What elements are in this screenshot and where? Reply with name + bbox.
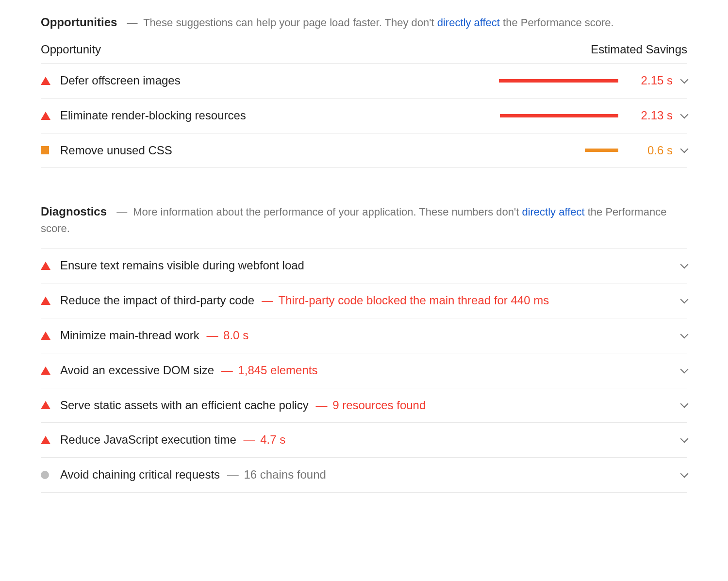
chevron-down-icon [680,145,689,153]
triangle-red-icon [41,332,50,340]
circle-gray-icon [41,471,49,479]
diagnostics-title: Diagnostics [41,205,107,218]
opportunity-row[interactable]: Remove unused CSS0.6 s [41,133,687,168]
diagnostic-label: Reduce the impact of third-party code — … [60,292,673,309]
chevron-down-icon [680,330,689,338]
expand-cell[interactable] [673,264,687,267]
chevron-down-icon [680,435,689,443]
diagnostic-title: Ensure text remains visible during webfo… [60,259,304,272]
expand-cell[interactable] [673,299,687,302]
diagnostic-title: Avoid an excessive DOM size [60,364,214,377]
diagnostic-detail: 9 resources found [332,398,426,412]
opportunity-label: Defer offscreen images [60,72,499,89]
expand-cell[interactable] [673,473,687,477]
severity-icon-cell [41,297,60,305]
diagnostic-row[interactable]: Minimize main-thread work — 8.0 s [41,318,687,353]
chevron-down-icon [680,470,689,478]
diagnostic-title: Reduce JavaScript execution time [60,433,236,446]
severity-icon-cell [41,77,60,85]
diagnostic-title: Serve static assets with an efficient ca… [60,398,309,412]
diagnostic-title: Minimize main-thread work [60,329,199,342]
chevron-down-icon [680,261,689,269]
square-orange-icon [41,146,49,154]
diagnostics-header: Diagnostics — More information about the… [41,203,687,236]
diagnostic-row[interactable]: Ensure text remains visible during webfo… [41,248,687,283]
savings-value: 0.6 s [629,144,673,157]
diagnostic-label: Serve static assets with an efficient ca… [60,397,673,414]
opportunity-row[interactable]: Eliminate render-blocking resources2.13 … [41,98,687,133]
severity-icon-cell [41,262,60,270]
separator-dash: — [218,364,236,377]
savings-bar [585,149,618,152]
expand-cell[interactable] [673,369,687,372]
opportunity-label: Eliminate render-blocking resources [60,107,500,124]
chevron-down-icon [680,75,689,83]
opportunity-row[interactable]: Defer offscreen images2.15 s [41,63,687,98]
opportunities-header: Opportunities — These suggestions can he… [41,14,687,31]
separator-dash: — [258,294,276,307]
savings-bar-cell [499,79,629,83]
opportunities-title: Opportunities [41,16,117,29]
savings-value: 2.13 s [629,109,673,122]
opportunities-table-header: Opportunity Estimated Savings [41,43,687,63]
diagnostic-label: Reduce JavaScript execution time — 4.7 s [60,432,673,448]
savings-bar-cell [500,114,629,117]
chevron-down-icon [680,296,689,304]
diagnostic-row[interactable]: Avoid an excessive DOM size — 1,845 elem… [41,353,687,388]
savings-bar [500,114,618,117]
severity-icon-cell [41,366,60,375]
diagnostic-row[interactable]: Serve static assets with an efficient ca… [41,388,687,423]
chevron-down-icon [680,110,689,118]
separator-dash: — [313,398,331,412]
triangle-red-icon [41,366,50,375]
severity-icon-cell [41,401,60,409]
opportunity-label: Remove unused CSS [60,142,508,159]
diagnostic-row[interactable]: Reduce JavaScript execution time — 4.7 s [41,422,687,457]
diagnostic-detail: 1,845 elements [238,364,317,377]
severity-icon-cell [41,146,60,154]
expand-cell[interactable] [673,149,687,152]
diagnostic-detail: 8.0 s [223,329,248,342]
diagnostic-detail: Third-party code blocked the main thread… [279,294,549,307]
separator-dash: — [203,329,221,342]
severity-icon-cell [41,112,60,120]
directly-affect-link[interactable]: directly affect [522,206,584,218]
savings-value: 2.15 s [629,74,673,87]
separator-dash: — [127,17,137,29]
diagnostic-row[interactable]: Avoid chaining critical requests — 16 ch… [41,457,687,493]
expand-cell[interactable] [673,438,687,442]
expand-cell[interactable] [673,403,687,407]
desc-pre: These suggestions can help your page loa… [143,17,437,29]
separator-dash: — [224,468,242,481]
directly-affect-link[interactable]: directly affect [437,17,500,29]
col-opportunity: Opportunity [41,43,101,56]
triangle-red-icon [41,297,50,305]
diagnostic-label: Avoid chaining critical requests — 16 ch… [60,466,673,483]
diagnostic-label: Avoid an excessive DOM size — 1,845 elem… [60,362,673,379]
severity-icon-cell [41,436,60,444]
chevron-down-icon [680,400,689,408]
chevron-down-icon [680,365,689,373]
diagnostic-detail: 4.7 s [260,433,285,446]
triangle-red-icon [41,112,50,120]
diagnostic-label: Ensure text remains visible during webfo… [60,257,673,274]
diagnostic-title: Avoid chaining critical requests [60,468,220,481]
col-savings: Estimated Savings [591,43,687,56]
diagnostic-row[interactable]: Reduce the impact of third-party code — … [41,283,687,318]
expand-cell[interactable] [673,114,687,117]
triangle-red-icon [41,401,50,409]
separator-dash: — [116,206,127,218]
severity-icon-cell [41,332,60,340]
triangle-red-icon [41,262,50,270]
diagnostic-detail: 16 chains found [244,468,326,481]
diagnostic-label: Minimize main-thread work — 8.0 s [60,327,673,344]
savings-bar [499,79,618,83]
diagnostic-title: Reduce the impact of third-party code [60,294,254,307]
expand-cell[interactable] [673,79,687,83]
separator-dash: — [240,433,258,446]
desc-post: the Performance score. [500,17,614,29]
opportunities-desc: These suggestions can help your page loa… [143,17,614,29]
severity-icon-cell [41,471,60,479]
expand-cell[interactable] [673,334,687,337]
triangle-red-icon [41,77,50,85]
